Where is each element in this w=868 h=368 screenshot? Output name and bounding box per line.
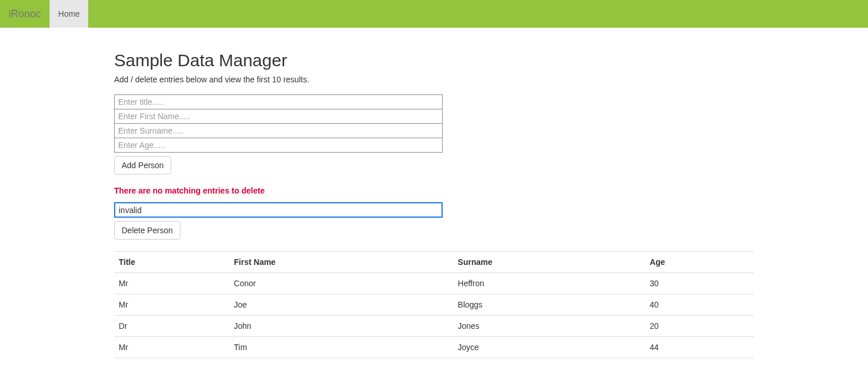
header-surname: Surname	[453, 252, 645, 273]
table-body: Mr Conor Heffron 30 Mr Joe Bloggs 40 Dr …	[114, 273, 754, 358]
cell-age: 44	[645, 337, 754, 358]
table-row: Mr Joe Bloggs 40	[114, 294, 754, 316]
header-first-name: First Name	[229, 252, 454, 273]
results-table: Title First Name Surname Age Mr Conor He…	[114, 251, 754, 358]
cell-first-name: Conor	[229, 273, 454, 294]
add-person-form: Add Person	[114, 94, 443, 174]
cell-title: Mr	[114, 337, 229, 358]
cell-surname: Jones	[453, 316, 645, 337]
add-person-button[interactable]: Add Person	[114, 156, 171, 174]
header-title: Title	[114, 252, 229, 273]
cell-title: Dr	[114, 316, 229, 337]
cell-surname: Joyce	[453, 337, 645, 358]
delete-person-form: Delete Person	[114, 202, 443, 240]
cell-age: 30	[645, 273, 754, 294]
cell-surname: Heffron	[453, 273, 645, 294]
page-title: Sample Data Manager	[114, 51, 754, 70]
cell-title: Mr	[114, 294, 229, 316]
table-header-row: Title First Name Surname Age	[114, 252, 754, 273]
main-container: Sample Data Manager Add / delete entries…	[105, 51, 763, 358]
table-row: Mr Tim Joyce 44	[114, 337, 754, 358]
navbar: iRonoc Home	[0, 0, 868, 28]
surname-input[interactable]	[114, 123, 443, 138]
cell-first-name: John	[229, 316, 454, 337]
table-row: Mr Conor Heffron 30	[114, 273, 754, 294]
cell-age: 20	[645, 316, 754, 337]
cell-surname: Bloggs	[453, 294, 645, 316]
age-input[interactable]	[114, 138, 443, 153]
subtitle: Add / delete entries below and view the …	[114, 75, 754, 84]
cell-first-name: Tim	[229, 337, 454, 358]
cell-title: Mr	[114, 273, 229, 294]
first-name-input[interactable]	[114, 109, 443, 124]
brand-link[interactable]: iRonoc	[0, 0, 50, 28]
delete-person-button[interactable]: Delete Person	[114, 221, 180, 240]
delete-error-message: There are no matching entries to delete	[114, 186, 754, 195]
cell-age: 40	[645, 294, 754, 316]
header-age: Age	[645, 252, 754, 273]
table-row: Dr John Jones 20	[114, 316, 754, 337]
home-nav-link[interactable]: Home	[50, 0, 88, 28]
delete-input[interactable]	[114, 202, 443, 218]
cell-first-name: Joe	[229, 294, 454, 316]
title-input[interactable]	[114, 94, 443, 109]
